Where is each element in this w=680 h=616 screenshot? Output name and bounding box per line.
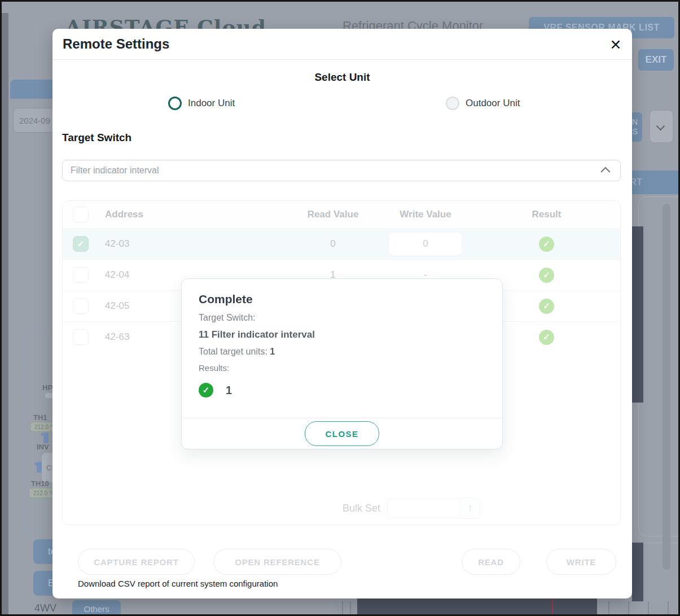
background-chart-bar xyxy=(632,226,643,403)
write-button[interactable]: WRITE xyxy=(546,549,616,575)
csv-note: Download CSV report of current system co… xyxy=(78,579,278,588)
chevron-up-icon xyxy=(600,167,610,177)
target-switch-label: Target Switch: xyxy=(199,313,485,323)
th1-label: TH1 xyxy=(33,413,47,422)
check-icon: ✓ xyxy=(543,239,550,249)
condition-button-line2: S xyxy=(633,127,638,137)
row-checkbox[interactable] xyxy=(73,329,89,345)
check-icon: ✓ xyxy=(203,385,210,395)
complete-dialog: Complete Target Switch: 11 Filter indica… xyxy=(181,278,503,449)
bulk-set-input[interactable] xyxy=(387,498,460,518)
total-units-label: Total target units: xyxy=(199,347,267,356)
scrollbar-thumb[interactable] xyxy=(663,204,670,570)
target-switch-dropdown[interactable]: Filter indicator interval xyxy=(62,160,621,181)
inv-label: INV xyxy=(37,443,49,451)
capture-report-button[interactable]: CAPTURE REPORT xyxy=(78,549,195,575)
check-icon: ✓ xyxy=(77,239,85,249)
dropdown-value: Filter indicator interval xyxy=(71,165,159,176)
window-edge xyxy=(2,13,8,616)
dialog-footer: CLOSE xyxy=(182,418,502,449)
result-success-icon: ✓ xyxy=(539,330,554,345)
result-success-icon: ✓ xyxy=(539,268,554,283)
arrow-up-icon: ↑ xyxy=(468,503,473,514)
table-header-row: Address Read Value Write Value Result xyxy=(63,201,620,228)
result-success-icon: ✓ xyxy=(539,237,554,252)
remote-settings-modal: Remote Settings ✕ Select Unit Indoor Uni… xyxy=(52,29,632,598)
check-icon: ✓ xyxy=(543,270,550,280)
dialog-close-button[interactable]: CLOSE xyxy=(305,421,379,446)
result-success-icon: ✓ xyxy=(539,299,554,314)
column-header-write: Write Value xyxy=(378,209,473,220)
total-units-line: Total target units: 1 xyxy=(199,347,485,357)
th10-label: TH10 xyxy=(31,479,49,488)
target-switch-heading: Target Switch xyxy=(62,132,131,144)
close-icon: ✕ xyxy=(610,37,622,53)
modal-title: Remote Settings xyxy=(63,36,169,52)
result-count: 1 xyxy=(226,384,232,397)
read-value-cell: 0 xyxy=(288,238,378,250)
tab-others[interactable]: Others xyxy=(72,600,121,616)
select-all-checkbox[interactable] xyxy=(73,207,89,222)
background-dropdown-button[interactable] xyxy=(650,110,673,143)
radio-outdoor-unit[interactable]: Outdoor Unit xyxy=(446,97,520,110)
dialog-title: Complete xyxy=(199,292,485,306)
column-header-result: Result xyxy=(473,209,620,220)
total-units-value: 1 xyxy=(270,347,275,356)
radio-indoor-label: Indoor Unit xyxy=(188,98,235,109)
address-cell: 42-03 xyxy=(99,238,288,250)
open-reference-button[interactable]: OPEN REFERENCE xyxy=(213,549,341,575)
row-checkbox-checked[interactable]: ✓ xyxy=(73,236,89,252)
chevron-down-icon xyxy=(656,122,665,131)
bulk-set-row: Bulk Set ↑ xyxy=(63,497,620,519)
radio-outdoor-label: Outdoor Unit xyxy=(466,98,520,109)
results-label: Results: xyxy=(199,363,485,373)
result-success-icon: ✓ xyxy=(199,383,213,397)
chart-strip xyxy=(335,601,357,616)
read-button[interactable]: READ xyxy=(462,549,520,575)
switch-name: 11 Filter indicator interval xyxy=(199,329,485,340)
radio-unselected-icon xyxy=(446,97,459,110)
sensor-icon xyxy=(37,462,42,473)
radio-selected-icon xyxy=(168,97,182,110)
tab-4wv[interactable]: 4WV xyxy=(34,602,56,614)
screen: AIRSTAGE Cloud Refrigerant Cycle Monitor… xyxy=(0,0,680,616)
bulk-set-apply-button[interactable]: ↑ xyxy=(460,497,480,519)
row-checkbox[interactable] xyxy=(73,298,89,314)
table-row: ✓ 42-03 0 ✓ xyxy=(63,228,620,259)
check-icon: ✓ xyxy=(543,301,550,311)
column-header-address: Address xyxy=(99,209,288,220)
bulk-set-label: Bulk Set xyxy=(343,503,380,514)
select-unit-heading: Select Unit xyxy=(52,71,632,84)
exit-button[interactable]: EXIT xyxy=(638,49,674,71)
sensor-icon xyxy=(43,432,49,443)
column-header-read: Read Value xyxy=(288,209,378,220)
write-value-input[interactable] xyxy=(389,232,462,256)
result-row: ✓ 1 xyxy=(199,383,485,397)
close-button[interactable]: ✕ xyxy=(606,34,626,55)
check-icon: ✓ xyxy=(543,332,550,342)
background-card-outline xyxy=(638,196,680,536)
row-checkbox[interactable] xyxy=(73,267,89,283)
radio-indoor-unit[interactable]: Indoor Unit xyxy=(168,97,235,110)
